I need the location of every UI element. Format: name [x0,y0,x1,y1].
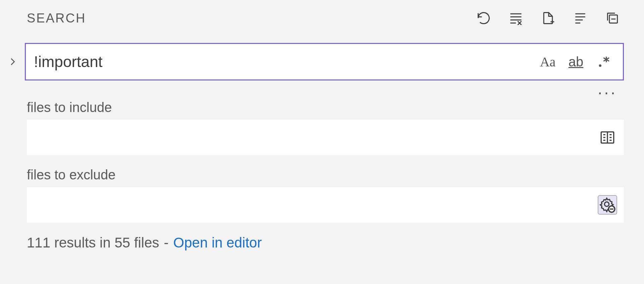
include-label: files to include [27,100,624,115]
results-count-text: 111 results in 55 files [27,235,159,251]
exclude-input-container [27,187,624,223]
include-input-container [27,120,624,155]
results-separator: - [164,235,169,251]
results-summary-row: 111 results in 55 files - Open in editor [27,235,624,251]
exclude-label: files to exclude [27,167,624,182]
toggle-replace-chevron[interactable] [7,56,19,68]
svg-point-26 [604,202,609,206]
match-case-toggle[interactable]: Aa [537,52,558,71]
whole-word-toggle[interactable]: ab [565,52,587,71]
view-as-tree-icon[interactable] [572,10,588,26]
search-toolbar [476,10,624,26]
regex-toggle[interactable] [593,52,615,71]
collapse-all-icon[interactable] [604,10,621,26]
search-panel: SEARCH [0,0,644,251]
clear-results-icon[interactable] [508,10,524,26]
files-to-exclude-input[interactable] [34,197,598,213]
panel-title: SEARCH [27,11,86,25]
search-input-container: Aa ab [25,43,624,80]
files-to-include-input[interactable] [34,130,598,145]
book-icon[interactable] [598,128,617,147]
new-search-editor-icon[interactable] [540,10,556,26]
refresh-icon[interactable] [476,10,492,26]
include-section: files to include files to exclude [27,100,624,251]
more-options-icon[interactable]: ··· [598,89,617,97]
svg-point-14 [599,64,601,67]
use-exclude-settings-icon[interactable] [598,195,617,215]
search-header: SEARCH [7,10,624,26]
search-input-row: Aa ab [7,43,624,80]
search-input-options: Aa ab [537,52,615,71]
search-input[interactable] [34,53,537,71]
open-in-editor-link[interactable]: Open in editor [173,235,262,251]
